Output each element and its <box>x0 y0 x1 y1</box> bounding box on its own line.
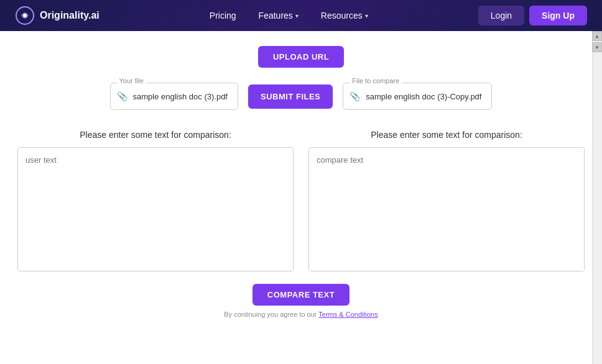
svg-point-1 <box>23 14 27 17</box>
compare-section: COMPARE TEXT By continuing you agree to … <box>0 284 602 318</box>
scroll-up-arrow[interactable]: ▲ <box>592 31 602 41</box>
right-text-area-wrapper <box>308 147 585 271</box>
compare-text-input[interactable] <box>309 148 584 271</box>
left-text-panel: Please enter some text for comparison: <box>17 130 294 271</box>
left-text-area-wrapper <box>17 147 294 271</box>
header-actions: Login Sign Up <box>478 6 587 25</box>
main-nav: Pricing Features ▾ Resources ▾ <box>200 6 378 25</box>
resources-chevron-icon: ▾ <box>365 12 368 19</box>
logo-area: Originality.ai <box>15 6 100 25</box>
features-chevron-icon: ▾ <box>295 12 299 19</box>
right-text-panel: Please enter some text for comparison: <box>308 130 585 271</box>
header: Originality.ai Pricing Features ▾ Resour… <box>0 0 602 31</box>
upload-section: UPLOAD URL <box>0 46 602 68</box>
logo-text: Originality.ai <box>40 10 100 21</box>
user-text-input[interactable] <box>18 148 293 271</box>
file-to-compare-label: File to compare <box>350 77 402 84</box>
main-content: ▲ ▼ UPLOAD URL Your file 📎 sample englis… <box>0 31 602 364</box>
file-row: Your file 📎 sample english doc (3).pdf S… <box>0 83 602 110</box>
nav-resources[interactable]: Resources ▾ <box>311 6 378 25</box>
logo-icon <box>15 6 35 25</box>
submit-files-button[interactable]: SUBMIT FILES <box>248 84 333 109</box>
terms-link[interactable]: Terms & Conditions <box>318 311 377 318</box>
scrollbar-track: ▲ ▼ <box>592 31 602 364</box>
upload-url-button[interactable]: UPLOAD URL <box>258 46 344 68</box>
compare-file-box: File to compare 📎 sample english doc (3)… <box>343 83 492 110</box>
terms-text: By continuing you agree to our Terms & C… <box>224 311 377 318</box>
your-file-name: sample english doc (3).pdf <box>133 92 228 101</box>
compare-text-button[interactable]: COMPARE TEXT <box>252 284 350 306</box>
signup-button[interactable]: Sign Up <box>529 6 587 25</box>
scrollbar-arrows: ▲ ▼ <box>592 31 602 52</box>
scroll-down-arrow[interactable]: ▼ <box>592 42 602 52</box>
login-button[interactable]: Login <box>478 6 524 25</box>
paperclip-icon: 📎 <box>117 91 127 101</box>
your-file-label: Your file <box>117 77 146 84</box>
compare-file-name: sample english doc (3)-Copy.pdf <box>366 92 481 101</box>
nav-features[interactable]: Features ▾ <box>249 6 308 25</box>
nav-pricing[interactable]: Pricing <box>200 6 246 25</box>
compare-paperclip-icon: 📎 <box>350 91 360 101</box>
text-comparison: Please enter some text for comparison: P… <box>0 130 602 271</box>
your-file-box: Your file 📎 sample english doc (3).pdf <box>110 83 238 110</box>
right-text-label: Please enter some text for comparison: <box>308 130 585 140</box>
left-text-label: Please enter some text for comparison: <box>17 130 294 140</box>
